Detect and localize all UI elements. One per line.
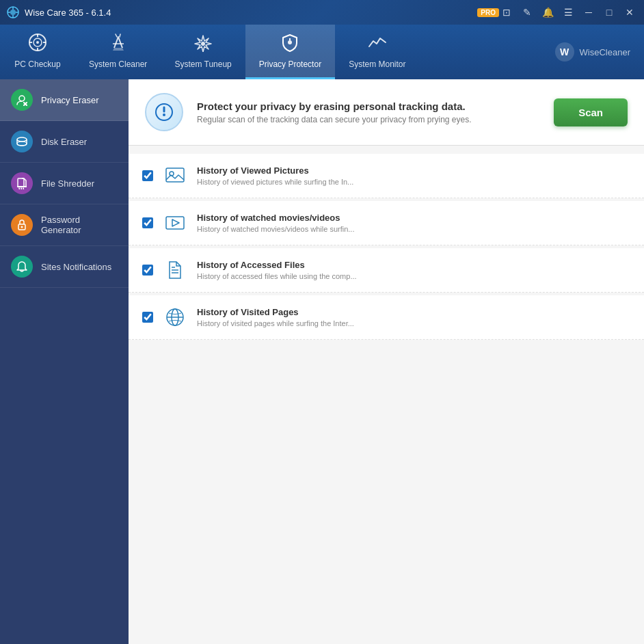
title-bar: Wise Care 365 - 6.1.4 PRO ⊡ ✎ 🔔 ☰ ─ □ ✕: [0, 0, 644, 25]
minimize-button[interactable]: ─: [581, 5, 596, 20]
list-item: History of watched movies/videos History…: [129, 201, 644, 245]
sidebar-label-password-generator: Password Generator: [41, 215, 118, 235]
password-generator-icon: [11, 214, 33, 236]
svg-marker-34: [172, 219, 179, 226]
content-header: Protect your privacy by erasing personal…: [129, 79, 644, 146]
accessed-files-icon: [163, 258, 187, 282]
header-text: Protect your privacy by erasing personal…: [197, 100, 540, 124]
nav-item-pc-checkup[interactable]: PC Checkup: [0, 25, 75, 79]
nav-label-system-monitor: System Monitor: [349, 59, 405, 69]
watched-movies-icon: [163, 211, 187, 235]
sidebar-item-disk-eraser[interactable]: Disk Eraser: [0, 121, 129, 163]
file-shredder-icon: [11, 172, 33, 194]
app-logo-icon: [7, 6, 19, 18]
visited-pages-checkbox[interactable]: [142, 312, 153, 323]
svg-point-14: [288, 40, 292, 44]
header-subtitle: Regular scan of the tracking data can se…: [197, 115, 540, 124]
viewed-pictures-icon: [163, 163, 187, 188]
svg-point-13: [201, 42, 205, 46]
nav-label-system-cleaner: System Cleaner: [89, 59, 147, 69]
list-item: History of Viewed Pictures History of vi…: [129, 154, 644, 198]
wisecleaner-link[interactable]: W WiseCleaner: [555, 25, 644, 79]
watched-movies-text: History of watched movies/videos History…: [197, 213, 630, 233]
nav-item-system-tuneup[interactable]: System Tuneup: [161, 25, 245, 79]
maximize-button[interactable]: □: [602, 5, 617, 20]
nav-label-pc-checkup: PC Checkup: [14, 59, 60, 69]
viewed-pictures-checkbox[interactable]: [142, 170, 153, 181]
app-title: Wise Care 365 - 6.1.4: [25, 8, 473, 18]
window-controls: ⊡ ✎ 🔔 ☰ ─ □ ✕: [499, 5, 637, 20]
nav-item-system-cleaner[interactable]: System Cleaner: [75, 25, 161, 79]
svg-line-25: [23, 188, 24, 189]
viewed-pictures-title: History of Viewed Pictures: [197, 165, 630, 176]
sidebar-item-sites-notifications[interactable]: Sites Notifications: [0, 246, 129, 288]
watched-movies-desc: History of watched movies/videos while s…: [197, 225, 630, 233]
system-monitor-icon: [368, 33, 387, 57]
svg-point-27: [21, 226, 23, 228]
privacy-protector-icon: [280, 33, 299, 57]
system-tuneup-icon: [193, 33, 213, 57]
header-title: Protect your privacy by erasing personal…: [197, 100, 540, 112]
accessed-files-title: History of Accessed Files: [197, 260, 630, 270]
nav-label-privacy-protector: Privacy Protector: [259, 59, 321, 69]
bell-icon[interactable]: 🔔: [540, 5, 555, 20]
accessed-files-desc: History of accessed files while using th…: [197, 272, 630, 280]
svg-line-24: [21, 188, 22, 189]
sites-notifications-icon: [11, 256, 33, 278]
visited-pages-text: History of Visited Pages History of visi…: [197, 307, 630, 327]
viewed-pictures-desc: History of viewed pictures while surfing…: [197, 178, 630, 186]
privacy-eraser-icon: [11, 89, 33, 111]
header-icon: [145, 93, 183, 131]
accessed-files-checkbox[interactable]: [142, 265, 153, 276]
nav-item-system-monitor[interactable]: System Monitor: [335, 25, 419, 79]
accessed-files-text: History of Accessed Files History of acc…: [197, 260, 630, 280]
sidebar-label-disk-eraser: Disk Eraser: [41, 137, 87, 147]
wisecleaner-label: WiseCleaner: [580, 47, 630, 57]
sidebar-item-password-generator[interactable]: Password Generator: [0, 204, 129, 246]
svg-point-30: [163, 113, 165, 116]
svg-point-1: [10, 10, 16, 15]
svg-point-19: [17, 137, 27, 142]
visited-pages-desc: History of visited pages while surfing t…: [197, 319, 630, 327]
watched-movies-title: History of watched movies/videos: [197, 213, 630, 223]
svg-rect-21: [18, 178, 24, 187]
sidebar-label-sites-notifications: Sites Notifications: [41, 262, 111, 272]
nav-bar: PC Checkup System Cleaner System Tuneup …: [0, 25, 644, 79]
viewed-pictures-text: History of Viewed Pictures History of vi…: [197, 165, 630, 186]
sidebar-label-privacy-eraser: Privacy Eraser: [41, 95, 99, 105]
svg-rect-33: [166, 217, 184, 229]
watched-movies-checkbox[interactable]: [142, 217, 153, 228]
svg-point-20: [17, 142, 27, 146]
sidebar-item-privacy-eraser[interactable]: Privacy Eraser: [0, 79, 129, 121]
list-item: History of Visited Pages History of visi…: [129, 295, 644, 340]
disk-eraser-icon: [11, 131, 33, 152]
sidebar-item-file-shredder[interactable]: File Shredder: [0, 163, 129, 204]
svg-point-16: [19, 96, 25, 101]
visited-pages-icon: [163, 305, 187, 330]
app-window: Wise Care 365 - 6.1.4 PRO ⊡ ✎ 🔔 ☰ ─ □ ✕ …: [0, 0, 644, 644]
items-list: History of Viewed Pictures History of vi…: [129, 146, 644, 348]
sidebar: Privacy Eraser Disk Eraser File Shredder…: [0, 79, 129, 644]
nav-item-privacy-protector[interactable]: Privacy Protector: [245, 25, 335, 79]
svg-rect-31: [166, 168, 184, 182]
visited-pages-title: History of Visited Pages: [197, 307, 630, 317]
svg-point-8: [36, 41, 39, 44]
pro-badge: PRO: [477, 8, 499, 17]
main-content: Privacy Eraser Disk Eraser File Shredder…: [0, 79, 644, 644]
svg-line-23: [19, 188, 20, 189]
wisecleaner-logo: W: [555, 42, 574, 62]
sidebar-label-file-shredder: File Shredder: [41, 178, 94, 189]
close-button[interactable]: ✕: [622, 5, 637, 20]
pc-checkup-icon: [28, 33, 47, 57]
monitor-icon[interactable]: ⊡: [499, 5, 514, 20]
edit-icon[interactable]: ✎: [520, 5, 535, 20]
system-cleaner-icon: [109, 33, 128, 57]
scan-button[interactable]: Scan: [554, 98, 628, 126]
nav-label-system-tuneup: System Tuneup: [174, 59, 231, 69]
content-panel: Protect your privacy by erasing personal…: [129, 79, 644, 644]
list-item: History of Accessed Files History of acc…: [129, 248, 644, 293]
menu-icon[interactable]: ☰: [561, 5, 576, 20]
